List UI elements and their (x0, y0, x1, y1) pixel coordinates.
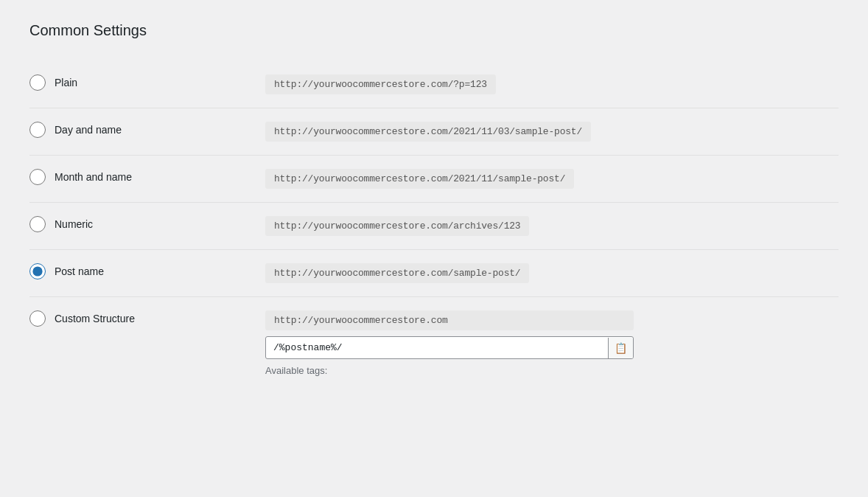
option-row-custom-structure: Custom Structure http://yourwoocommerces… (29, 297, 839, 389)
label-month-and-name[interactable]: Month and name (55, 171, 132, 183)
tag-icon: 📋 (615, 342, 627, 354)
radio-plain[interactable] (29, 74, 46, 91)
custom-structure-input[interactable] (266, 337, 608, 358)
url-post-name: http://yourwoocommercestore.com/sample-p… (265, 263, 529, 283)
url-plain: http://yourwoocommercestore.com/?p=123 (265, 74, 496, 94)
label-day-and-name[interactable]: Day and name (55, 124, 122, 136)
radio-numeric[interactable] (29, 216, 46, 232)
radio-day-and-name[interactable] (29, 122, 46, 138)
custom-input-wrapper: 📋 (265, 336, 634, 359)
url-numeric: http://yourwoocommercestore.com/archives… (265, 216, 529, 236)
insert-tag-button[interactable]: 📋 (608, 338, 633, 358)
page-title: Common Settings (29, 22, 839, 39)
option-row-month-and-name: Month and name http://yourwoocommercesto… (29, 156, 839, 203)
radio-label-group-month-and-name: Month and name (29, 169, 265, 185)
label-plain[interactable]: Plain (55, 77, 77, 88)
label-post-name[interactable]: Post name (55, 265, 104, 277)
radio-label-group-day-and-name: Day and name (29, 122, 265, 138)
radio-label-group-custom-structure: Custom Structure (29, 310, 265, 327)
radio-label-group-numeric: Numeric (29, 216, 265, 232)
url-day-and-name: http://yourwoocommercestore.com/2021/11/… (265, 122, 591, 142)
option-row-numeric: Numeric http://yourwoocommercestore.com/… (29, 203, 839, 250)
option-row-plain: Plain http://yourwoocommercestore.com/?p… (29, 61, 839, 108)
radio-label-group-plain: Plain (29, 74, 265, 91)
option-row-day-and-name: Day and name http://yourwoocommercestore… (29, 108, 839, 156)
url-month-and-name: http://yourwoocommercestore.com/2021/11/… (265, 169, 574, 189)
radio-post-name[interactable] (29, 263, 46, 279)
option-row-post-name: Post name http://yourwoocommercestore.co… (29, 250, 839, 297)
label-custom-structure[interactable]: Custom Structure (55, 313, 135, 324)
custom-base-url: http://yourwoocommercestore.com (265, 310, 634, 330)
available-tags-label: Available tags: (265, 365, 634, 376)
radio-label-group-post-name: Post name (29, 263, 265, 279)
radio-custom-structure[interactable] (29, 310, 46, 327)
settings-container: Plain http://yourwoocommercestore.com/?p… (29, 61, 839, 389)
label-numeric[interactable]: Numeric (55, 218, 93, 230)
radio-month-and-name[interactable] (29, 169, 46, 185)
custom-structure-group: http://yourwoocommercestore.com 📋 Availa… (265, 310, 634, 376)
